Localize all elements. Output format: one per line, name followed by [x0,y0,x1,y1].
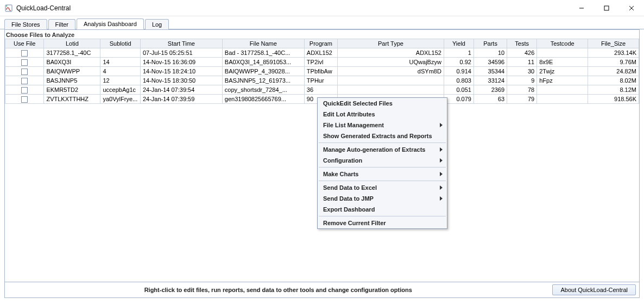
use-file-checkbox-cell[interactable] [5,76,44,85]
cell-part-type[interactable]: UQwajBzyw [338,58,444,67]
cell-file-name[interactable]: BASJNNP5_12_61973... [222,76,304,85]
cell-sublotid[interactable]: 14 [100,58,140,67]
col-testcode[interactable]: Testcode [537,39,588,48]
cell-lotid[interactable]: 3177258.1_-40C [44,48,100,58]
cell-testcode[interactable]: hFpz [537,76,588,85]
tab-file-stores[interactable]: File Stores [4,19,47,29]
minimize-button[interactable] [569,0,594,16]
cell-start-time[interactable]: 14-Nov-15 18:24:10 [140,67,222,76]
use-file-checkbox[interactable] [21,59,28,66]
cell-lotid[interactable]: BA0XQ3I [44,58,100,67]
cell-parts[interactable]: 33124 [473,76,507,85]
cell-file-size[interactable]: 9.76M [588,58,639,67]
cell-file-name[interactable]: Bad - 3177258.1_-40C... [222,48,304,58]
cell-file-size[interactable]: 8.12M [588,85,639,95]
cell-parts[interactable]: 2369 [473,85,507,95]
cell-tests[interactable]: 30 [507,67,537,76]
cell-lotid[interactable]: BASJNNP5 [44,76,100,85]
cell-sublotid[interactable]: ya0VylFrye... [100,95,140,104]
cell-parts[interactable]: 34596 [473,58,507,67]
menu-item[interactable]: Show Generated Extracts and Reports [318,131,447,141]
menu-item[interactable]: Configuration [318,155,447,166]
cell-program[interactable]: 36 [304,85,337,95]
cell-tests[interactable]: 79 [507,95,537,104]
cell-yield[interactable]: 0.914 [444,67,473,76]
menu-item[interactable]: Send Data to Excel [318,182,447,193]
cell-start-time[interactable]: 14-Nov-15 18:30:50 [140,76,222,85]
use-file-checkbox-cell[interactable] [5,58,44,67]
cell-program[interactable]: TP2ivl [304,58,337,67]
table-row[interactable]: 3177258.1_-40C07-Jul-15 05:25:51Bad - 31… [5,48,639,58]
cell-lotid[interactable]: BAIQWWPP [44,67,100,76]
cell-part-type[interactable] [338,76,444,85]
cell-file-name[interactable]: copy_shortsdr_7284_... [222,85,304,95]
cell-file-size[interactable]: 293.14K [588,48,639,58]
col-tests[interactable]: Tests [507,39,537,48]
cell-part-type[interactable] [338,85,444,95]
cell-testcode[interactable]: 8x9E [537,58,588,67]
use-file-checkbox[interactable] [21,50,28,57]
cell-file-name[interactable]: BA0XQ3I_14_8591053... [222,58,304,67]
use-file-checkbox[interactable] [21,69,28,75]
table-row[interactable]: BAIQWWPP414-Nov-15 18:24:10BAIQWWPP_4_39… [5,67,639,76]
cell-lotid[interactable]: EKMR5TD2 [44,85,100,95]
use-file-checkbox-cell[interactable] [5,48,44,58]
cell-tests[interactable]: 11 [507,58,537,67]
cell-tests[interactable]: 426 [507,48,537,58]
cell-yield[interactable]: 1 [444,48,473,58]
menu-item[interactable]: File List Management [318,120,447,131]
cell-program[interactable]: TPHur [304,76,337,85]
cell-start-time[interactable]: 14-Nov-15 16:36:09 [140,58,222,67]
cell-sublotid[interactable]: 4 [100,67,140,76]
col-use-file[interactable]: Use File [5,39,44,48]
cell-testcode[interactable] [537,48,588,58]
use-file-checkbox-cell[interactable] [5,67,44,76]
menu-item[interactable]: Make Charts [318,169,447,179]
cell-testcode[interactable]: 2Twjz [537,67,588,76]
cell-testcode[interactable] [537,95,588,104]
col-part-type[interactable]: Part Type [338,39,444,48]
cell-file-size[interactable]: 8.02M [588,76,639,85]
menu-item[interactable]: Manage Auto-generation of Extracts [318,144,447,155]
cell-yield[interactable]: 0.803 [444,76,473,85]
table-row[interactable]: BA0XQ3I1414-Nov-15 16:36:09BA0XQ3I_14_85… [5,58,639,67]
cell-sublotid[interactable]: uccepbAg1c [100,85,140,95]
close-button[interactable] [619,0,644,16]
cell-lotid[interactable]: ZVTLKXTTHHZ [44,95,100,104]
cell-parts[interactable]: 35344 [473,67,507,76]
cell-program[interactable]: ADXL152 [304,48,337,58]
cell-parts[interactable]: 10 [473,48,507,58]
col-file-name[interactable]: File Name [222,39,304,48]
cell-start-time[interactable]: 07-Jul-15 05:25:51 [140,48,222,58]
maximize-button[interactable] [594,0,619,16]
menu-item[interactable]: Remove Current Filter [318,218,447,228]
cell-sublotid[interactable] [100,48,140,58]
cell-testcode[interactable] [537,85,588,95]
cell-yield[interactable]: 0.92 [444,58,473,67]
use-file-checkbox[interactable] [21,87,28,94]
cell-start-time[interactable]: 24-Jan-14 07:39:59 [140,95,222,104]
menu-item[interactable]: Export Dashboard [318,204,447,215]
tab-log[interactable]: Log [145,19,169,29]
use-file-checkbox[interactable] [21,96,28,103]
cell-file-name[interactable]: gen31980825665769... [222,95,304,104]
tab-analysis-dashboard[interactable]: Analysis Dashboard [77,18,144,29]
table-row[interactable]: EKMR5TD2uccepbAg1c24-Jan-14 07:39:54copy… [5,85,639,95]
cell-part-type[interactable]: ADXL152 [338,48,444,58]
col-sublotid[interactable]: Sublotid [100,39,140,48]
cell-file-size[interactable]: 24.82M [588,67,639,76]
cell-yield[interactable]: 0.079 [444,95,473,104]
cell-file-size[interactable]: 918.56K [588,95,639,104]
col-yield[interactable]: Yield [444,39,473,48]
cell-tests[interactable]: 78 [507,85,537,95]
cell-sublotid[interactable]: 12 [100,76,140,85]
about-button[interactable]: About QuickLoad-Central [552,284,636,295]
col-file-size[interactable]: File_Size [588,39,639,48]
cell-part-type[interactable]: dSYm8D [338,67,444,76]
use-file-checkbox[interactable] [21,78,28,84]
cell-program[interactable]: TPbfibAw [304,67,337,76]
col-start-time[interactable]: Start Time [140,39,222,48]
col-program[interactable]: Program [304,39,337,48]
col-lotid[interactable]: Lotid [44,39,100,48]
cell-yield[interactable]: 0.051 [444,85,473,95]
